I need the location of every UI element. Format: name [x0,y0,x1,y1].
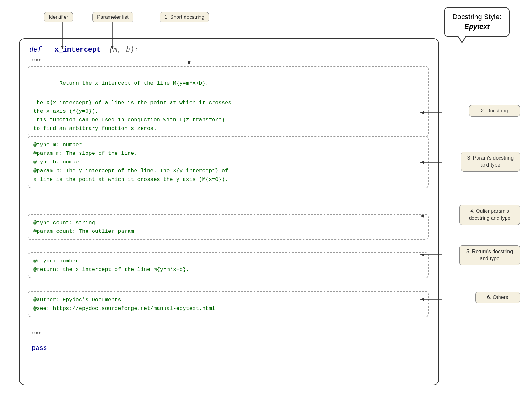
triple-quote-open: """ [32,59,42,65]
annotation-others: 6. Others [475,292,520,303]
return-box: @rtype: number @return: the x intercept … [28,252,429,278]
func-name: x_intercept [54,46,101,54]
annotation-param-docstring: 3. Param's docstringand type [461,152,520,172]
diagram-container: Docstring Style: Epytext Identifier Para… [0,0,532,400]
others-box: @author: Epydoc's Documents @see: https:… [28,291,429,317]
style-name: Epytext [452,22,501,32]
main-box: def x_intercept (m, b): """ Return the x… [19,38,439,385]
others-lines: @author: Epydoc's Documents @see: https:… [33,296,423,313]
pass-statement: pass [32,345,47,352]
style-box: Docstring Style: Epytext [444,7,510,37]
outlier-param-box: @type count: string @param count: The ou… [28,214,429,240]
short-docstring-line: Return the x intercept of the line M{y=m… [33,70,423,96]
param-lines: @type m: number @param m: The slope of t… [33,140,423,184]
long-docstring-lines: The X{x intercept} of a line is the poin… [33,98,423,133]
return-lines: @rtype: number @return: the x intercept … [33,257,423,274]
annotation-docstring: 2. Docstring [469,105,520,117]
annotation-outlier-param: 4. Oulier param'sdocstring and type [459,205,520,225]
func-signature: def x_intercept (m, b): [29,46,138,54]
annotation-return-docstring: 5. Return's docstringand type [459,245,520,265]
func-def: def [29,46,42,54]
style-title: Docstring Style: [452,12,501,22]
annotation-parameter-list: Parameter list [92,12,133,22]
param-box: @type m: number @param m: The slope of t… [28,136,429,188]
outlier-lines: @type count: string @param count: The ou… [33,218,423,236]
docstring-box: Return the x intercept of the line M{y=m… [28,66,429,137]
annotation-short-docstring: 1. Short docstring [160,12,209,22]
annotation-identifier: Identifier [44,12,73,22]
triple-quote-close: """ [32,332,42,338]
